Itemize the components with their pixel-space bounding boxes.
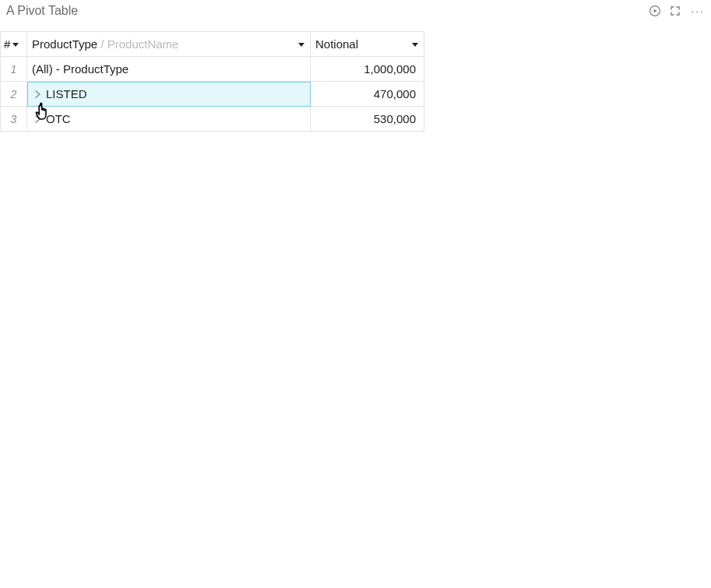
row-index: 3 [1, 107, 27, 132]
measure-column-header[interactable]: Notional [311, 32, 424, 57]
row-value: 530,000 [311, 107, 424, 132]
row-value: 1,000,000 [311, 57, 424, 82]
table-row[interactable]: 2 LISTED 470,000 [1, 82, 424, 107]
more-icon[interactable]: ··· [689, 5, 706, 16]
header-row: # ProductType / ProductName [1, 32, 424, 57]
row-value: 470,000 [311, 82, 424, 107]
page-title: A Pivot Table [5, 4, 78, 18]
dimension-separator: / [97, 37, 107, 51]
row-label: OTC [46, 112, 71, 125]
row-dimension[interactable]: (All) - ProductType [27, 57, 311, 82]
row-label: LISTED [46, 87, 87, 100]
row-index: 2 [1, 82, 27, 107]
measure-sort-icon[interactable] [411, 40, 419, 48]
row-index: 1 [1, 57, 27, 82]
index-sort-icon[interactable] [12, 40, 19, 48]
play-icon[interactable] [649, 5, 661, 17]
title-bar: A Pivot Table ··· [0, 0, 711, 22]
dimension-secondary: ProductName [107, 37, 179, 51]
row-dimension[interactable]: LISTED [27, 82, 311, 107]
table-row[interactable]: 3 OTC 530,000 [1, 107, 424, 132]
dimension-sort-icon[interactable] [297, 40, 305, 48]
row-dimension[interactable]: OTC [27, 107, 311, 132]
dimension-label: ProductType / ProductName [32, 37, 178, 51]
row-label: (All) - ProductType [32, 62, 128, 76]
hash-symbol: # [4, 37, 10, 51]
expand-icon[interactable] [32, 90, 43, 98]
toolbar: ··· [649, 5, 706, 17]
fullscreen-icon[interactable] [669, 5, 681, 17]
measure-label: Notional [315, 37, 358, 51]
expand-icon[interactable] [32, 115, 43, 123]
pivot-table: # ProductType / ProductName [0, 31, 424, 132]
table-row[interactable]: 1 (All) - ProductType 1,000,000 [1, 57, 424, 82]
index-column-header[interactable]: # [1, 32, 27, 57]
dimension-primary: ProductType [32, 37, 97, 51]
dimension-column-header[interactable]: ProductType / ProductName [27, 32, 311, 57]
